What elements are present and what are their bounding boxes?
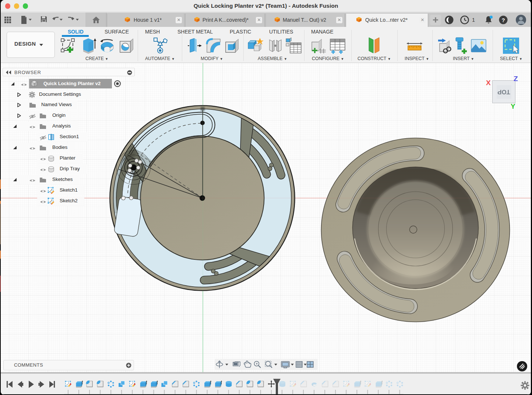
svg-text:?: ? — [501, 17, 505, 23]
